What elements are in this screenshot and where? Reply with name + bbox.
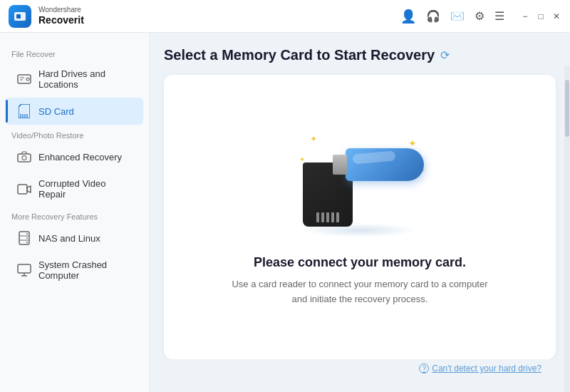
title-bar: Wondershare Recoverit 👤 🎧 ✉️ ⚙ ☰ − □ ✕ [0, 0, 570, 33]
svg-rect-1 [16, 14, 21, 19]
sidebar-item-enhanced-recovery-label: Enhanced Recovery [38, 152, 122, 163]
sidebar-item-nas-linux-label: NAS and Linux [38, 233, 100, 244]
app-logo [9, 5, 31, 28]
usb-drive [346, 148, 424, 181]
svg-point-3 [26, 78, 29, 81]
sidebar-item-hard-drives-label: Hard Drives and Locations [38, 68, 132, 90]
sd-line-2 [321, 212, 324, 222]
sdcard-icon [17, 104, 31, 118]
sidebar-item-system-crashed-label: System Crashed Computer [38, 259, 132, 281]
help-link-text: Can't detect your hard drive? [432, 363, 542, 373]
memory-card-illustration: ✦ ✦ ✦ ✦ [289, 127, 431, 241]
help-link[interactable]: ? Can't detect your hard drive? [419, 363, 542, 373]
sidebar-item-nas-linux[interactable]: NAS and Linux [6, 225, 143, 252]
section-label-file-recover: File Recover [0, 44, 149, 61]
svg-rect-10 [18, 154, 31, 162]
sidebar-item-corrupted-video[interactable]: Corrupted Video Repair [6, 172, 143, 206]
minimize-button[interactable]: − [520, 11, 530, 21]
page-header: Select a Memory Card to Start Recovery ⟳ [164, 47, 556, 63]
svg-point-16 [26, 233, 28, 234]
sub-message: Use a card reader to connect your memory… [232, 277, 488, 307]
refresh-icon[interactable]: ⟳ [440, 48, 450, 62]
app-name: Recoverit [38, 14, 84, 26]
sidebar-item-hard-drives[interactable]: Hard Drives and Locations [6, 62, 143, 96]
scrollbar-track[interactable] [564, 66, 570, 392]
sidebar: File Recover Hard Drives and Locations [0, 33, 150, 392]
svg-rect-12 [18, 185, 27, 194]
app-branding: Wondershare Recoverit [9, 5, 84, 28]
hdd-icon [17, 72, 31, 86]
app-title-text: Wondershare Recoverit [38, 6, 84, 26]
settings-icon[interactable]: ⚙ [475, 9, 484, 23]
camera-icon [17, 150, 31, 164]
sd-line-5 [336, 212, 339, 222]
close-button[interactable]: ✕ [551, 11, 561, 21]
scrollbar-thumb [565, 80, 569, 137]
usb-drive-body [346, 148, 424, 181]
sidebar-item-corrupted-video-label: Corrupted Video Repair [38, 178, 132, 200]
app-brand: Wondershare [38, 6, 84, 14]
main-card: ✦ ✦ ✦ ✦ [164, 75, 556, 359]
section-label-more-recovery: More Recovery Features [0, 207, 149, 224]
svg-point-17 [26, 237, 28, 239]
content-area: Select a Memory Card to Start Recovery ⟳… [150, 33, 570, 392]
page-title: Select a Memory Card to Start Recovery [164, 47, 435, 63]
sd-line-4 [331, 212, 334, 222]
sd-line-3 [326, 212, 329, 222]
sidebar-item-system-crashed[interactable]: System Crashed Computer [6, 253, 143, 287]
nas-icon [17, 231, 31, 245]
title-bar-icons: 👤 🎧 ✉️ ⚙ ☰ − □ ✕ [400, 9, 561, 24]
video-icon [17, 182, 31, 196]
sd-card-lines [316, 212, 339, 222]
svg-rect-2 [18, 75, 31, 83]
account-icon[interactable]: 👤 [400, 9, 416, 24]
svg-point-18 [26, 242, 28, 243]
mail-icon[interactable]: ✉️ [450, 9, 465, 23]
sidebar-item-enhanced-recovery[interactable]: Enhanced Recovery [6, 143, 143, 170]
menu-icon[interactable]: ☰ [494, 9, 504, 23]
star-3: ✦ [408, 138, 417, 149]
svg-point-11 [22, 156, 26, 160]
sd-line-1 [316, 212, 319, 222]
usb-highlight [353, 151, 396, 165]
headset-icon[interactable]: 🎧 [426, 9, 440, 23]
bottom-bar: ? Can't detect your hard drive? [164, 359, 556, 378]
main-message: Please connect your memory card. [254, 255, 466, 270]
sidebar-item-sd-card[interactable]: SD Card [6, 98, 143, 125]
main-layout: File Recover Hard Drives and Locations [0, 33, 570, 392]
section-label-video-photo: Video/Photo Restore [0, 125, 149, 143]
maximize-button[interactable]: □ [536, 11, 546, 21]
svg-rect-19 [18, 264, 31, 273]
sidebar-item-sd-card-label: SD Card [38, 106, 74, 117]
star-1: ✦ [310, 134, 317, 144]
help-icon: ? [419, 363, 429, 373]
window-controls: − □ ✕ [520, 11, 561, 21]
computer-icon [17, 263, 31, 277]
usb-connector [333, 155, 347, 175]
